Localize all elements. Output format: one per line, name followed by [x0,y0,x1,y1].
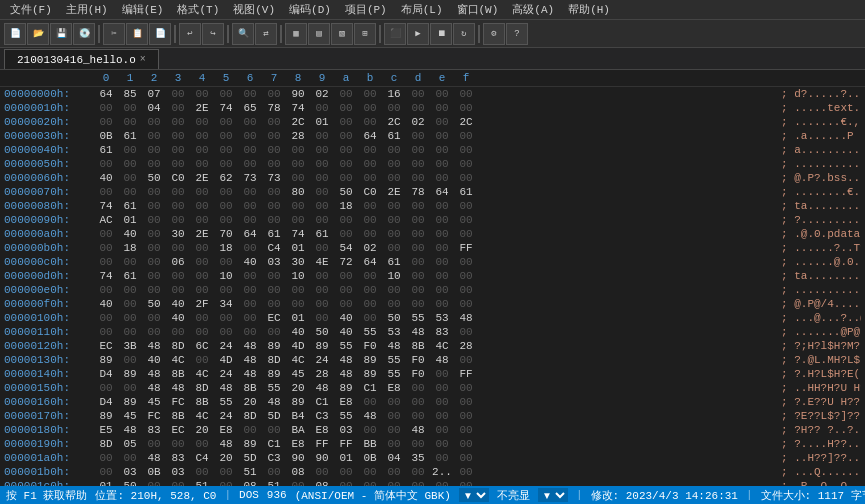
row-hex-bytes[interactable]: 0B610000000000002800006461000000 [94,129,777,143]
hex-byte[interactable]: 00 [118,115,142,129]
hex-byte[interactable]: 00 [262,423,286,437]
row-hex-bytes[interactable]: 00030B03000051000800000000002..00 [94,465,777,479]
hex-byte[interactable]: E8 [286,437,310,451]
hex-byte[interactable]: 00 [358,479,382,486]
hex-byte[interactable]: 00 [430,241,454,255]
hex-byte[interactable]: 00 [406,437,430,451]
hex-byte[interactable]: 00 [214,255,238,269]
hex-byte[interactable]: 00 [190,143,214,157]
hex-byte[interactable]: 00 [214,311,238,325]
hex-byte[interactable]: F0 [406,367,430,381]
hex-byte[interactable]: FF [454,367,478,381]
hex-byte[interactable]: B4 [286,409,310,423]
hex-byte[interactable]: 4C [430,339,454,353]
hex-byte[interactable]: 48 [406,423,430,437]
hex-byte[interactable]: 04 [382,451,406,465]
row-hex-bytes[interactable]: 8900404C004D488D4C24488955F04800 [94,353,777,367]
hex-byte[interactable]: 18 [214,241,238,255]
hex-byte[interactable]: 00 [118,185,142,199]
hex-byte[interactable]: 00 [94,311,118,325]
hex-byte[interactable]: 48 [142,381,166,395]
hex-byte[interactable]: 00 [214,465,238,479]
hex-byte[interactable]: 5D [238,451,262,465]
hex-byte[interactable]: FF [454,241,478,255]
hex-byte[interactable]: 00 [334,171,358,185]
hex-byte[interactable]: 00 [454,479,478,486]
hex-byte[interactable]: 00 [358,101,382,115]
hex-byte[interactable]: 50 [310,325,334,339]
hex-byte[interactable]: 55 [382,353,406,367]
row-hex-bytes[interactable]: 00000000000000000000000000000000 [94,283,777,297]
hex-byte[interactable]: 00 [94,185,118,199]
hex-byte[interactable]: 00 [94,255,118,269]
menu-format[interactable]: 格式(T) [171,1,225,18]
hex-byte[interactable]: 00 [166,213,190,227]
hex-byte[interactable]: 83 [430,325,454,339]
row-hex-bytes[interactable]: 000004002E7465787400000000000000 [94,101,777,115]
hex-byte[interactable]: 00 [94,101,118,115]
hex-byte[interactable]: 00 [94,451,118,465]
hex-byte[interactable]: 48 [238,353,262,367]
hex-byte[interactable]: 00 [454,381,478,395]
hex-byte[interactable]: 00 [430,227,454,241]
row-hex-bytes[interactable]: 01500000510008510008000000000000 [94,479,777,486]
hex-byte[interactable]: 00 [286,479,310,486]
hex-byte[interactable]: 00 [382,465,406,479]
hex-byte[interactable]: 00 [262,465,286,479]
hex-byte[interactable]: 06 [166,255,190,269]
hex-byte[interactable]: 02 [358,241,382,255]
toolbar-cut[interactable]: ✂ [103,23,125,45]
hex-byte[interactable]: 00 [406,157,430,171]
hex-byte[interactable]: 18 [334,199,358,213]
hex-byte[interactable]: 00 [238,199,262,213]
hex-byte[interactable]: 00 [118,451,142,465]
hex-byte[interactable]: 34 [214,297,238,311]
hex-byte[interactable]: 00 [334,227,358,241]
hex-byte[interactable]: 00 [166,101,190,115]
hex-byte[interactable]: 00 [142,115,166,129]
hex-byte[interactable]: 00 [430,409,454,423]
hex-byte[interactable]: 89 [94,353,118,367]
hex-byte[interactable]: 73 [262,171,286,185]
hex-byte[interactable]: 00 [430,479,454,486]
hex-byte[interactable]: 4E [310,255,334,269]
hex-byte[interactable]: 00 [310,269,334,283]
hex-byte[interactable]: 00 [238,143,262,157]
hex-byte[interactable]: 00 [166,199,190,213]
toolbar-replace[interactable]: ⇄ [255,23,277,45]
hex-byte[interactable]: 00 [454,325,478,339]
hex-byte[interactable]: 00 [214,325,238,339]
hex-byte[interactable]: 48 [454,311,478,325]
hex-byte[interactable]: 00 [358,171,382,185]
hex-byte[interactable]: 01 [310,115,334,129]
hex-byte[interactable]: 00 [334,479,358,486]
hex-byte[interactable]: 64 [94,87,118,101]
menu-help[interactable]: 帮助(H) [562,1,616,18]
toolbar-undo[interactable]: ↩ [179,23,201,45]
hex-byte[interactable]: 00 [454,101,478,115]
hex-byte[interactable]: 89 [358,353,382,367]
hex-byte[interactable]: 00 [430,283,454,297]
hex-byte[interactable]: 00 [118,381,142,395]
hex-byte[interactable]: 00 [334,115,358,129]
hex-byte[interactable]: 48 [214,437,238,451]
hex-byte[interactable]: 00 [118,143,142,157]
hex-byte[interactable]: 00 [166,437,190,451]
hex-byte[interactable]: 48 [382,339,406,353]
hex-byte[interactable]: 00 [238,423,262,437]
toolbar-save[interactable]: 💾 [50,23,72,45]
hex-byte[interactable]: 48 [142,339,166,353]
hex-byte[interactable]: 00 [238,87,262,101]
hex-byte[interactable]: 00 [214,479,238,486]
hex-byte[interactable]: 00 [430,381,454,395]
row-hex-bytes[interactable]: 00000040000000EC0100400050555348 [94,311,777,325]
hex-byte[interactable]: 61 [310,227,334,241]
hex-byte[interactable]: 00 [190,241,214,255]
hex-byte[interactable]: 01 [286,241,310,255]
hex-byte[interactable]: 45 [142,395,166,409]
hex-byte[interactable]: 00 [406,213,430,227]
hex-byte[interactable]: 00 [382,479,406,486]
hex-byte[interactable]: 00 [166,87,190,101]
hex-byte[interactable]: 16 [382,87,406,101]
hex-byte[interactable]: 40 [334,325,358,339]
